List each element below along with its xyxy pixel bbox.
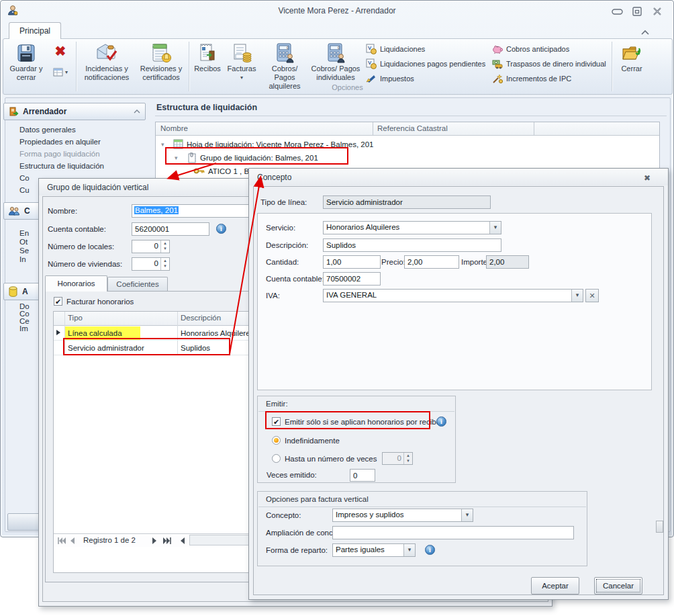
maximize-button[interactable] bbox=[632, 7, 642, 15]
incrementos-ipc-item[interactable]: Incrementos de IPC bbox=[492, 73, 571, 85]
sidebar-item-clipped[interactable]: En bbox=[19, 229, 29, 237]
list-options-button[interactable]: ▾ bbox=[46, 64, 75, 79]
tab-principal[interactable]: Principal bbox=[9, 22, 61, 39]
veces-emitido-input[interactable] bbox=[350, 469, 375, 482]
column-header-descripcion[interactable]: Descripción bbox=[181, 314, 221, 322]
first-record-button[interactable] bbox=[57, 537, 66, 545]
liquidaciones-item[interactable]: V Liquidaciones bbox=[366, 43, 425, 55]
info-icon[interactable]: i bbox=[436, 416, 446, 427]
last-record-button[interactable] bbox=[162, 537, 172, 545]
spinner-arrows-icon[interactable]: ▲▼ bbox=[160, 258, 169, 270]
dropdown-arrow-icon[interactable]: ▾ bbox=[571, 290, 583, 302]
tree-header-row: Nombre Referencia Catastral bbox=[156, 122, 659, 136]
spinner-arrows-icon[interactable]: ▲▼ bbox=[403, 453, 412, 464]
numero-viviendas-stepper[interactable]: 0 ▲▼ bbox=[132, 257, 170, 271]
forma-reparto-combo[interactable]: Partes iguales ▾ bbox=[332, 543, 416, 557]
cobros-anticipados-item[interactable]: Cobros anticipados bbox=[492, 43, 569, 55]
facturas-button[interactable]: Facturas ▾ bbox=[224, 42, 260, 82]
grid-icon bbox=[53, 68, 63, 77]
indefinidamente-radio[interactable] bbox=[272, 436, 281, 445]
dropdown-arrow-icon[interactable]: ▾ bbox=[489, 222, 501, 234]
iva-clear-button[interactable]: ✕ bbox=[585, 289, 599, 302]
cantidad-input[interactable] bbox=[323, 255, 381, 269]
tree-row-label: Grupo de liquidación: Balmes, 201 bbox=[200, 154, 318, 162]
cobros-anticipados-label: Cobros anticipados bbox=[506, 45, 569, 53]
dropdown-arrow-icon[interactable]: ▾ bbox=[461, 509, 473, 521]
traspasos-item[interactable]: Traspasos de dinero individual bbox=[492, 58, 606, 70]
sidebar-item-datos-generales[interactable]: Datos generales bbox=[19, 126, 76, 134]
servicio-label: Servicio: bbox=[266, 224, 295, 232]
cancelar-button[interactable]: Cancelar bbox=[594, 577, 642, 595]
emitir-solo-checkbox[interactable]: ✔ bbox=[272, 417, 281, 426]
iva-combo[interactable]: IVA GENERAL ▾ bbox=[323, 289, 583, 302]
prev-record-button[interactable] bbox=[70, 537, 75, 545]
tab-honorarios[interactable]: Honorarios bbox=[45, 275, 107, 292]
aceptar-button[interactable]: Aceptar bbox=[531, 577, 579, 595]
next-record-button[interactable] bbox=[152, 537, 157, 545]
liquidaciones-pendientes-item[interactable]: V Liquidaciones pagos pendientes bbox=[366, 58, 485, 70]
concepto-combo[interactable]: Impresos y suplidos ▾ bbox=[332, 509, 473, 522]
recibos-button[interactable]: Recibos bbox=[191, 42, 224, 73]
sidebar-item-clipped[interactable]: Im bbox=[19, 324, 28, 333]
sidebar-item-clipped[interactable]: Se bbox=[19, 247, 29, 255]
guardar-y-cerrar-button[interactable]: Guardar y cerrar bbox=[7, 42, 46, 82]
calculator-person-icon: 0 bbox=[324, 42, 347, 64]
cobros-pagos-alquileres-button[interactable]: 0 Cobros/ Pagos alquileres bbox=[261, 42, 308, 91]
cuenta-contable-input[interactable] bbox=[323, 272, 381, 285]
numero-locales-stepper[interactable]: 0 ▲▼ bbox=[132, 240, 170, 253]
tab-coeficientes[interactable]: Coeficientes bbox=[107, 277, 168, 292]
dropdown-arrow-icon: ▾ bbox=[65, 69, 68, 75]
servicio-combo[interactable]: Honorarios Alquileres ▾ bbox=[323, 221, 501, 234]
expand-icon[interactable]: ▾ bbox=[175, 155, 178, 161]
sidebar-item-propiedades[interactable]: Propiedades en alquiler bbox=[19, 138, 101, 146]
cobros-pagos-individuales-button[interactable]: 0 Cobros/ Pagos individuales bbox=[309, 42, 362, 82]
hasta-numero-stepper[interactable]: 0 ▲▼ bbox=[382, 452, 413, 465]
info-icon[interactable]: i bbox=[216, 224, 226, 234]
incidencias-button[interactable]: Incidencias y notificaciones bbox=[79, 42, 135, 82]
delete-button[interactable]: ✖ bbox=[48, 43, 73, 62]
facturas-dropdown-icon: ▾ bbox=[240, 73, 243, 82]
sidebar-item-clipped[interactable]: In bbox=[19, 255, 26, 263]
combo-value: Impresos y suplidos bbox=[336, 511, 404, 519]
sidebar-item-forma-pago[interactable]: Forma pago liquidación bbox=[19, 150, 100, 158]
cerrar-label: Cerrar bbox=[621, 64, 642, 73]
spinner-arrows-icon[interactable]: ▲▼ bbox=[160, 240, 169, 253]
facturar-honorarios-checkbox[interactable]: ✔ bbox=[54, 297, 62, 306]
hasta-numero-radio[interactable] bbox=[272, 454, 281, 463]
tree-row-grupo[interactable]: ▾ Grupo de liquidación: Balmes, 201 bbox=[156, 152, 659, 165]
dropdown-arrow-icon[interactable]: ▾ bbox=[403, 544, 415, 556]
column-header-tipo[interactable]: Tipo bbox=[68, 314, 83, 322]
column-header-nombre[interactable]: Nombre bbox=[160, 124, 188, 132]
concepto-dialog-title[interactable]: Concepto bbox=[249, 169, 668, 185]
close-folder-icon bbox=[620, 42, 643, 64]
numero-locales-label: Número de locales: bbox=[48, 243, 114, 251]
tree-row-label: Hoja de liquidación: Vicente Mora Perez … bbox=[187, 140, 374, 148]
scroll-left-button[interactable] bbox=[180, 537, 185, 545]
page-title: Estructura de liquidación bbox=[156, 103, 257, 112]
ribbon-group-opciones: Opciones bbox=[309, 83, 386, 91]
collapse-group-icon bbox=[133, 107, 141, 116]
sidebar-item-clipped[interactable]: Ot bbox=[19, 238, 28, 246]
tree-row-hoja[interactable]: ▾ Hoja de liquidación: Vicente Mora Pere… bbox=[156, 138, 659, 152]
descripcion-input[interactable] bbox=[323, 238, 501, 252]
cerrar-button[interactable]: Cerrar bbox=[614, 42, 649, 73]
minimize-button[interactable] bbox=[610, 7, 625, 15]
liquidaciones-pendientes-label: Liquidaciones pagos pendientes bbox=[380, 60, 485, 68]
ampliacion-input[interactable] bbox=[332, 526, 574, 539]
revisiones-button[interactable]: Revisiones y certificados bbox=[135, 42, 187, 82]
screenshot-stage: Vicente Mora Perez - Arrendador Principa… bbox=[0, 0, 674, 616]
ribbon: Guardar y cerrar ✖ ▾ bbox=[3, 38, 673, 95]
close-button[interactable] bbox=[652, 7, 663, 15]
cuenta-contable-input[interactable] bbox=[132, 222, 209, 236]
info-icon[interactable]: i bbox=[425, 545, 435, 555]
expand-icon[interactable]: ▾ bbox=[161, 141, 164, 148]
sidebar-item-clipped-2[interactable]: Cu bbox=[19, 186, 30, 194]
sidebar-item-clipped-1[interactable]: Co bbox=[19, 174, 30, 182]
precio-input[interactable] bbox=[404, 255, 459, 269]
dialog-close-icon[interactable]: ✖ bbox=[644, 173, 651, 183]
sidebar-item-estructura[interactable]: Estructura de liquidación bbox=[19, 162, 104, 170]
sidebar-group-arrendador[interactable]: Arrendador bbox=[3, 103, 146, 120]
ribbon-separator bbox=[76, 42, 77, 91]
column-header-referencia[interactable]: Referencia Catastral bbox=[377, 124, 448, 132]
collapse-ribbon-icon[interactable] bbox=[640, 26, 651, 38]
